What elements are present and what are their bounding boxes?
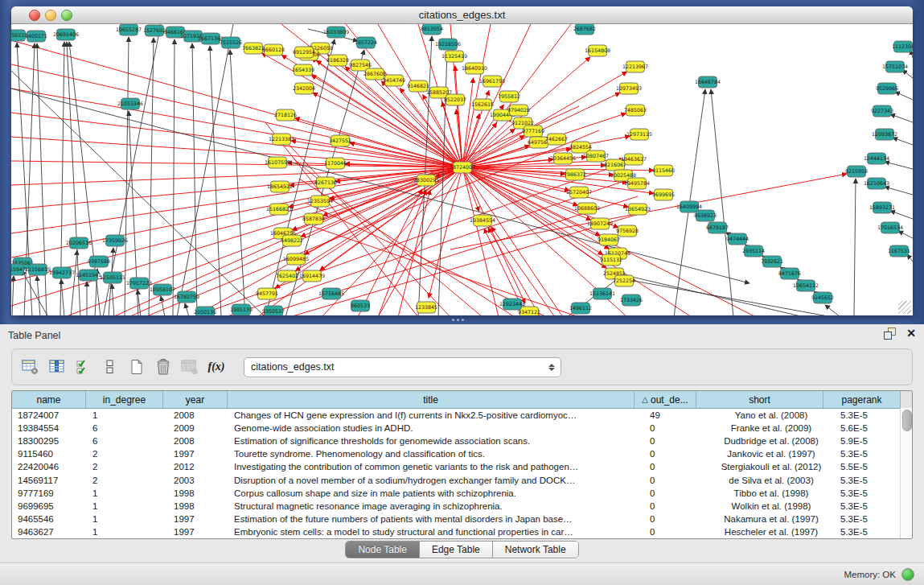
network-node[interactable]: 3915947: [11, 264, 26, 275]
network-node[interactable]: 2050136: [194, 307, 216, 315]
table-cell[interactable]: Tourette syndrome. Phenomenology and cla…: [228, 449, 646, 459]
table-cell[interactable]: 6: [86, 423, 163, 433]
tab-edge-table[interactable]: Edge Table: [420, 542, 493, 558]
network-edge[interactable]: [11, 167, 462, 282]
network-node[interactable]: 10688609: [574, 203, 600, 214]
column-header-title[interactable]: title: [228, 391, 634, 408]
table-scrollbar[interactable]: [900, 408, 912, 538]
network-node[interactable]: 15720407: [566, 187, 592, 198]
network-node[interactable]: 1527602: [143, 25, 166, 36]
network-edge[interactable]: [462, 123, 497, 167]
network-node[interactable]: 13654923: [625, 204, 651, 215]
table-cell[interactable]: Genome-wide association studies in ADHD.: [228, 423, 646, 433]
network-node[interactable]: 7485063: [624, 105, 647, 116]
table-cell[interactable]: Tibbo et al. (1998): [708, 488, 835, 498]
table-cell[interactable]: 22420046: [12, 462, 86, 472]
network-node[interactable]: 12444134: [864, 153, 889, 164]
table-cell[interactable]: 0: [646, 514, 708, 524]
network-node[interactable]: 12923448: [499, 299, 525, 310]
table-cell[interactable]: 1998: [163, 488, 228, 498]
table-cell[interactable]: Jankovic et al. (1997): [708, 449, 835, 459]
network-edge[interactable]: [398, 190, 430, 315]
network-node[interactable]: 10654112: [793, 280, 819, 291]
network-edge[interactable]: [885, 187, 913, 195]
network-node[interactable]: 6879197: [706, 222, 729, 233]
network-edge[interactable]: [185, 303, 189, 315]
network-edge[interactable]: [210, 46, 221, 315]
network-edge[interactable]: [22, 270, 48, 315]
network-edge[interactable]: [11, 113, 462, 167]
network-edge[interactable]: [462, 24, 531, 167]
table-cell[interactable]: 1: [86, 410, 163, 420]
table-cell[interactable]: 1: [86, 527, 163, 537]
table-row[interactable]: 2242004622012Investigating the contribut…: [12, 460, 912, 473]
network-node[interactable]: 15751074: [882, 61, 908, 72]
network-node[interactable]: 10973493: [616, 83, 642, 94]
network-node[interactable]: 9457791: [256, 288, 278, 299]
network-edge[interactable]: [125, 37, 129, 315]
table-cell[interactable]: de Silva et al. (2003): [708, 476, 835, 485]
network-node[interactable]: 16914479: [299, 270, 325, 282]
close-panel-icon[interactable]: ✕: [906, 328, 916, 340]
network-node[interactable]: 11451941: [76, 270, 101, 281]
network-edge[interactable]: [173, 39, 175, 315]
network-node[interactable]: 10958107: [150, 284, 175, 295]
table-cell[interactable]: 2003: [163, 476, 228, 485]
network-node[interactable]: 2342004: [293, 83, 315, 94]
network-edge[interactable]: [898, 231, 913, 238]
network-node[interactable]: 960533: [351, 300, 370, 311]
network-node[interactable]: 8454749: [383, 75, 405, 86]
network-edge[interactable]: [145, 130, 599, 315]
table-cell[interactable]: 0: [646, 501, 708, 511]
network-edge[interactable]: [611, 272, 804, 315]
network-node[interactable]: 9227343: [871, 105, 893, 117]
network-node[interactable]: 18724007: [450, 162, 475, 173]
table-cell[interactable]: Yano et al. (2008): [708, 410, 835, 420]
network-node[interactable]: 16648784: [695, 76, 721, 88]
network-node[interactable]: 3427552: [329, 135, 351, 146]
table-row[interactable]: 969969511998Structural magnetic resonanc…: [12, 500, 912, 513]
network-node[interactable]: 13942737: [49, 267, 75, 278]
network-edge[interactable]: [192, 43, 197, 315]
table-selector-dropdown[interactable]: citations_edges.txt: [244, 357, 561, 377]
table-cell[interactable]: Hescheler et al. (1997): [708, 527, 835, 537]
network-node[interactable]: 15893271: [869, 202, 895, 213]
network-edge[interactable]: [455, 66, 462, 167]
network-node[interactable]: 7857224: [355, 37, 377, 48]
table-cell[interactable]: 18724007: [12, 410, 86, 420]
network-node[interactable]: 8522037: [444, 94, 466, 105]
table-cell[interactable]: 1997: [163, 527, 228, 537]
network-node[interactable]: 1112304: [892, 41, 913, 52]
table-cell[interactable]: 0: [646, 462, 708, 472]
network-edge[interactable]: [895, 92, 913, 100]
network-node[interactable]: 8471676: [778, 268, 801, 279]
table-cell[interactable]: Wolkin et al. (1998): [708, 501, 835, 511]
network-edge[interactable]: [177, 24, 233, 315]
network-node[interactable]: 12093872: [872, 129, 897, 140]
network-node[interactable]: 12505115: [100, 272, 125, 283]
network-node[interactable]: 12213967: [622, 61, 648, 72]
network-node[interactable]: 16107553: [265, 157, 290, 168]
network-node[interactable]: 16033809: [323, 27, 349, 38]
tab-network-table[interactable]: Network Table: [493, 542, 578, 558]
table-cell[interactable]: 19384554: [12, 423, 86, 433]
network-edge[interactable]: [429, 167, 462, 298]
table-cell[interactable]: Embryonic stem cells: a model to study s…: [228, 527, 646, 537]
network-node[interactable]: 8660128: [262, 44, 285, 56]
table-cell[interactable]: 1: [86, 501, 163, 511]
table-cell[interactable]: Stergiakouli et al. (2012): [708, 462, 835, 472]
table-cell[interactable]: Franke et al. (2009): [708, 423, 835, 433]
network-node[interactable]: 8938923: [694, 210, 717, 221]
network-node[interactable]: 7986372: [564, 169, 586, 180]
network-edge[interactable]: [711, 89, 733, 315]
table-row[interactable]: 1456911722003Disruption of a novel membe…: [12, 473, 912, 486]
network-node[interactable]: 17359926: [102, 235, 128, 246]
network-node[interactable]: 20691406: [53, 29, 79, 40]
table-cell[interactable]: 49: [646, 410, 708, 420]
network-edge[interactable]: [161, 296, 165, 315]
network-node[interactable]: 17016534: [877, 222, 903, 233]
table-cell[interactable]: 2: [86, 476, 163, 485]
network-node[interactable]: 9397588: [88, 256, 110, 267]
column-header-pagerank[interactable]: pagerank: [823, 391, 901, 408]
network-node[interactable]: 8912954: [293, 47, 315, 58]
